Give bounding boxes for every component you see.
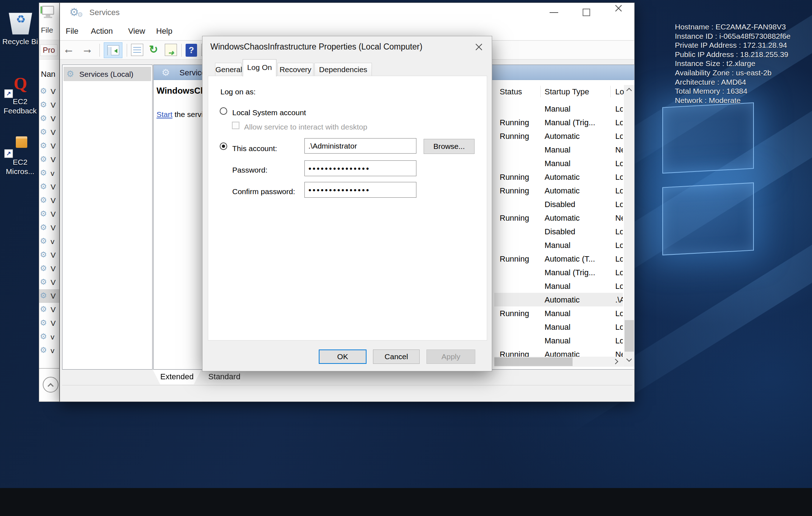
tree-item-services-local[interactable]: ⚙ Services (Local) <box>64 67 151 81</box>
system-info-line: Instance Size : t2.xlarge <box>675 59 808 68</box>
scrollbar-thumb[interactable] <box>494 357 573 366</box>
desktop-icon-ec2-microsoft[interactable]: ↗ EC2 Micros... <box>0 136 40 179</box>
browse-button[interactable]: Browse... <box>424 139 475 154</box>
apply-button[interactable]: Apply <box>426 350 475 364</box>
help-icon[interactable]: ? <box>186 44 197 57</box>
service-row[interactable]: RunningAutomaticNe <box>494 347 623 357</box>
tab-standard[interactable]: Standard <box>202 370 247 384</box>
menu-file[interactable]: File <box>66 27 78 36</box>
password-input[interactable]: ●●●●●●●●●●●●●●● <box>304 160 416 176</box>
service-row[interactable]: DisabledLo <box>494 225 623 238</box>
service-row[interactable]: ManualLo <box>494 334 623 347</box>
gear-icon: ⚙ <box>40 250 47 259</box>
tab-general[interactable]: General <box>215 63 242 76</box>
minimize-button[interactable] <box>542 3 565 22</box>
background-window-tab[interactable]: Pro <box>40 44 57 56</box>
cancel-button[interactable]: Cancel <box>373 350 420 364</box>
tab-extended[interactable]: Extended <box>153 370 201 384</box>
vertical-scrollbar[interactable] <box>624 85 635 367</box>
log-on-as-label: Log on as: <box>220 88 256 96</box>
this-account-radio[interactable] <box>220 142 227 150</box>
service-row[interactable]: Automatic.\A <box>494 293 623 306</box>
password-label: Password: <box>232 166 267 174</box>
system-info-line: Network : Moderate <box>675 96 808 105</box>
service-row[interactable]: Manual (Trig...Lo <box>494 266 623 279</box>
desktop-icon-recycle-bin[interactable]: ♻ Recycle Bi <box>0 4 40 47</box>
service-row[interactable]: RunningAutomaticLo <box>494 184 623 197</box>
gear-icon: ⚙ <box>40 182 47 191</box>
service-row[interactable]: DisabledLo <box>494 197 623 211</box>
gear-icon: ⚙ <box>40 236 47 246</box>
column-status[interactable]: Status <box>500 87 522 97</box>
scroll-up-circle-icon[interactable] <box>43 377 59 393</box>
allow-desktop-checkbox[interactable] <box>232 122 239 129</box>
background-window-file-menu[interactable]: File <box>41 26 53 34</box>
confirm-password-input[interactable]: ●●●●●●●●●●●●●●● <box>304 182 416 198</box>
service-row[interactable]: ManualLo <box>494 102 623 116</box>
menu-view[interactable]: View <box>128 27 145 36</box>
maximize-button[interactable] <box>575 3 598 22</box>
scroll-up-icon[interactable] <box>626 88 632 94</box>
background-service-row: ⚙v <box>39 344 60 357</box>
service-row[interactable]: RunningAutomatic (T...Lo <box>494 252 623 266</box>
tab-log-on[interactable]: Log On <box>243 59 276 76</box>
service-row[interactable]: ManualLo <box>494 320 623 334</box>
gear-icon: ⚙ <box>66 69 74 79</box>
performance-monitor-icon <box>41 6 55 19</box>
start-service-link[interactable]: Start <box>157 110 172 118</box>
menu-action[interactable]: Action <box>91 27 113 36</box>
back-icon[interactable]: ← <box>63 42 74 56</box>
dialog-close-icon[interactable] <box>475 43 483 51</box>
service-row[interactable]: ManualLo <box>494 238 623 252</box>
scroll-down-icon[interactable] <box>626 356 632 362</box>
ok-button[interactable]: OK <box>319 350 367 364</box>
dialog-title: WindowsChaosInfrastructure Properties (L… <box>210 42 423 52</box>
gear-icon: ⚙ <box>40 346 47 355</box>
allow-desktop-label: Allow service to interact with desktop <box>244 123 367 131</box>
service-row[interactable]: RunningAutomaticNe <box>494 211 623 225</box>
service-row[interactable]: ManualLo <box>494 156 623 170</box>
service-row[interactable]: RunningAutomaticLo <box>494 129 623 143</box>
service-row[interactable]: RunningAutomaticLo <box>494 170 623 184</box>
shortcut-arrow-icon: ↗ <box>4 89 13 98</box>
tab-recovery[interactable]: Recovery <box>277 63 313 76</box>
scrollbar-thumb[interactable] <box>625 320 634 352</box>
column-logon[interactable]: Lo <box>615 87 624 97</box>
properties-icon[interactable] <box>131 44 143 56</box>
gear-icon: ⚙ <box>40 332 47 341</box>
service-row[interactable]: RunningManualLo <box>494 306 623 320</box>
background-service-row: ⚙V <box>39 303 60 316</box>
system-info-line: Availability Zone : us-east-2b <box>675 68 808 78</box>
this-account-label[interactable]: This account: <box>232 144 277 153</box>
services-app-icon-small: ⚙ <box>77 11 83 19</box>
tab-dependencies[interactable]: Dependencies <box>314 63 372 76</box>
desktop-icon-ec2-feedback[interactable]: Q ↗ EC2 Feedback <box>0 74 40 117</box>
scroll-right-icon[interactable] <box>613 359 619 365</box>
gear-icon: ⚙ <box>40 86 47 96</box>
forward-icon[interactable]: → <box>81 42 93 56</box>
system-info-line: Private IP Address : 172.31.28.94 <box>675 41 808 50</box>
system-info-line: Instance ID : i-065a48f5730882f6e <box>675 32 808 41</box>
local-system-radio[interactable] <box>220 107 227 115</box>
background-service-row: ⚙V <box>39 112 60 126</box>
properties-dialog: WindowsChaosInfrastructure Properties (L… <box>202 36 492 371</box>
close-button[interactable] <box>607 3 630 22</box>
gear-icon: ⚙ <box>40 209 47 219</box>
menu-help[interactable]: Help <box>156 27 172 36</box>
refresh-icon[interactable]: ↻ <box>149 43 158 56</box>
export-list-icon[interactable]: ➜ <box>165 44 177 56</box>
service-row[interactable]: RunningManual (Trig...Lo <box>494 116 623 129</box>
service-row[interactable]: ManualLo <box>494 279 623 293</box>
recycle-symbol-icon: ♻ <box>11 13 31 25</box>
service-row[interactable]: ManualNe <box>494 143 623 156</box>
aws-box-icon <box>16 136 27 148</box>
account-input[interactable]: .\Administrator <box>304 138 416 154</box>
background-service-row: ⚙V <box>39 126 60 139</box>
services-window-titlebar[interactable]: ⚙ ⚙ Services <box>60 3 634 22</box>
wallpaper-window-glow <box>662 182 754 255</box>
column-startup-type[interactable]: Startup Type <box>545 87 589 97</box>
show-console-tree-icon[interactable] <box>104 42 122 58</box>
background-window: File Pro Nan ⚙V⚙V⚙V⚙V⚙V⚙V⚙v⚙V⚙V⚙V⚙V⚙v⚙V⚙… <box>39 3 60 402</box>
horizontal-scrollbar[interactable] <box>494 357 624 367</box>
local-system-label[interactable]: Local System account <box>232 108 306 117</box>
